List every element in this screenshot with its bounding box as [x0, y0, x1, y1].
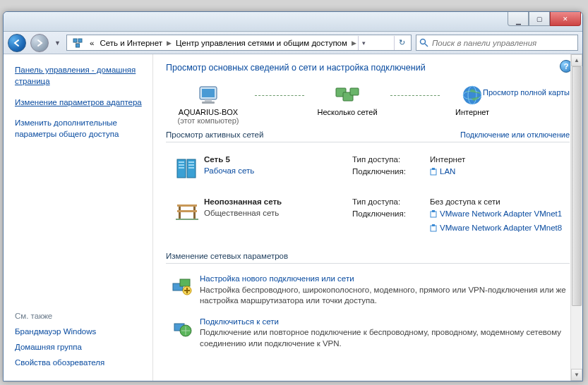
work-network-icon [170, 154, 204, 182]
svg-rect-37 [432, 224, 435, 226]
chevron-right-icon: ▶ [350, 39, 358, 47]
active-networks-header: Просмотр активных сетей [166, 130, 263, 139]
breadcrumb-root[interactable]: « [87, 39, 97, 47]
connections-label: Подключения: [352, 166, 430, 180]
see-also-header: См. также [15, 312, 145, 320]
see-also-section: См. также Брандмауэр Windows Домашняя гр… [15, 312, 145, 374]
setup-new-connection-desc: Настройка беспроводного, широкополосного… [200, 285, 570, 307]
connection-vmnet1-link[interactable]: VMware Network Adapter VMnet1 [430, 208, 562, 220]
search-input[interactable] [429, 39, 575, 47]
access-type-value: Интернет [430, 154, 465, 166]
svg-rect-10 [202, 102, 215, 104]
page-title: Просмотр основных сведений о сети и наст… [166, 63, 570, 73]
svg-rect-31 [179, 212, 181, 219]
svg-rect-34 [431, 212, 436, 217]
access-type-value: Без доступа к сети [430, 196, 500, 208]
svg-rect-9 [205, 99, 212, 102]
network-center-icon [71, 37, 84, 49]
svg-rect-1 [78, 39, 82, 42]
ethernet-icon [430, 210, 437, 219]
connection-lan-link[interactable]: LAN [430, 166, 455, 178]
network-name: Сеть 5 [204, 154, 352, 165]
change-settings-header: Изменение сетевых параметров [166, 252, 288, 260]
internet-label: Интернет [444, 108, 500, 116]
svg-rect-28 [177, 204, 197, 207]
svg-point-5 [421, 39, 426, 44]
svg-rect-20 [179, 164, 184, 166]
svg-rect-36 [431, 226, 436, 231]
breadcrumb-sharing-center[interactable]: Центр управления сетями и общим доступом [173, 39, 350, 47]
setup-new-connection-title: Настройка нового подключения или сети [200, 274, 570, 285]
connect-to-network-item[interactable]: Подключиться к сети Подключение или повт… [166, 314, 570, 357]
connect-disconnect-link[interactable]: Подключение или отключение [460, 130, 570, 139]
access-type-label: Тип доступа: [352, 196, 430, 208]
svg-rect-13 [350, 88, 359, 95]
breadcrumb-network[interactable]: Сеть и Интернет [97, 39, 165, 47]
network-type-link[interactable]: Рабочая сеть [204, 165, 352, 176]
scroll-up-button[interactable]: ▲ [571, 54, 582, 66]
svg-rect-30 [193, 207, 196, 210]
svg-rect-23 [188, 164, 194, 166]
svg-point-14 [463, 86, 481, 104]
refresh-button[interactable]: ↻ [394, 36, 409, 50]
svg-rect-21 [179, 167, 184, 169]
network-entry: Сеть 5 Рабочая сеть Тип доступа:Интернет… [166, 149, 570, 192]
svg-rect-0 [73, 39, 77, 42]
svg-rect-32 [193, 212, 196, 219]
svg-rect-24 [188, 167, 194, 169]
network-entry: Неопознанная сеть Общественная сеть Тип … [166, 192, 570, 246]
sidebar: Панель управления - домашняя страница Из… [4, 54, 153, 381]
address-dropdown[interactable]: ▾ [358, 36, 369, 50]
address-field[interactable]: « Сеть и Интернет ▶ Центр управления сет… [66, 35, 412, 51]
titlebar: ▁ ▢ ✕ [4, 12, 582, 32]
connections-label: Подключения: [352, 208, 430, 236]
public-network-icon [170, 196, 204, 221]
control-panel-home-link[interactable]: Панель управления - домашняя страница [15, 64, 145, 87]
svg-rect-25 [431, 169, 436, 175]
maximize-button[interactable]: ▢ [529, 12, 550, 26]
svg-rect-2 [76, 44, 80, 47]
svg-rect-19 [179, 161, 184, 163]
adapter-settings-link[interactable]: Изменение параметров адаптера [15, 98, 142, 106]
this-pc-icon [166, 82, 251, 108]
network-name: Неопознанная сеть [204, 196, 352, 207]
svg-line-6 [425, 44, 428, 47]
scroll-down-button[interactable]: ▼ [571, 369, 582, 381]
internet-options-link[interactable]: Свойства обозревателя [15, 358, 145, 367]
network-map: AQUARIUS-BOX (этот компьютер) Несколько … [166, 82, 570, 125]
scrollbar[interactable]: ▲ ▼ [570, 54, 582, 381]
svg-rect-27 [177, 210, 197, 212]
chevron-right-icon: ▶ [165, 39, 173, 47]
view-full-map-link[interactable]: Просмотр полной карты [483, 88, 570, 97]
address-bar: ▼ « Сеть и Интернет ▶ Центр управления с… [4, 32, 582, 54]
scroll-thumb[interactable] [572, 66, 582, 306]
svg-rect-39 [180, 279, 190, 286]
connect-to-network-desc: Подключение или повторное подключение к … [200, 327, 570, 349]
pc-name-label: AQUARIUS-BOX [166, 108, 251, 116]
connection-vmnet8-link[interactable]: VMware Network Adapter VMnet8 [430, 222, 562, 234]
connect-network-icon [170, 317, 193, 339]
advanced-sharing-link[interactable]: Изменить дополнительные параметры общего… [15, 118, 119, 139]
network-type: Общественная сеть [204, 207, 352, 219]
multiple-networks-icon [308, 82, 386, 108]
pc-sublabel: (этот компьютер) [166, 116, 251, 125]
svg-rect-33 [176, 219, 198, 220]
firewall-link[interactable]: Брандмауэр Windows [15, 327, 145, 336]
ethernet-icon [430, 224, 437, 233]
svg-rect-35 [432, 210, 435, 212]
svg-rect-8 [202, 89, 215, 97]
setup-new-connection-item[interactable]: Настройка нового подключения или сети На… [166, 271, 570, 314]
search-icon [419, 38, 429, 47]
search-box[interactable] [416, 35, 578, 51]
connect-to-network-title: Подключиться к сети [200, 317, 570, 328]
svg-rect-22 [188, 161, 194, 163]
forward-button[interactable] [30, 34, 49, 52]
nav-history-dropdown[interactable]: ▼ [53, 36, 62, 50]
close-button[interactable]: ✕ [550, 12, 581, 26]
homegroup-link[interactable]: Домашняя группа [15, 343, 145, 351]
minimize-button[interactable]: ▁ [508, 12, 529, 26]
svg-rect-29 [179, 207, 181, 210]
svg-rect-26 [432, 168, 435, 170]
ethernet-icon [430, 168, 437, 176]
back-button[interactable] [8, 34, 26, 52]
